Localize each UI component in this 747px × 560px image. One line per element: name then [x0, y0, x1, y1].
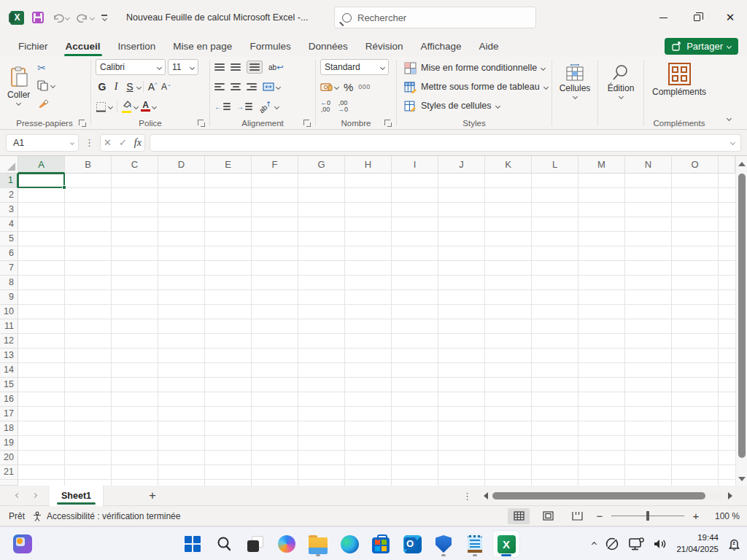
row-header-4[interactable]: 4: [0, 217, 18, 232]
column-header-O[interactable]: O: [672, 156, 719, 174]
column-header-M[interactable]: M: [578, 156, 625, 174]
align-center-icon[interactable]: [231, 83, 241, 90]
column-header-J[interactable]: J: [438, 156, 485, 174]
zoom-in-button[interactable]: +: [692, 510, 700, 522]
minimize-button[interactable]: [646, 0, 680, 35]
column-header-I[interactable]: I: [392, 156, 438, 174]
font-dialog-launcher-icon[interactable]: [198, 120, 205, 127]
align-left-icon[interactable]: [214, 83, 225, 90]
excel-taskbar-button[interactable]: [493, 531, 519, 557]
column-header-A[interactable]: A: [18, 156, 65, 174]
expand-formula-bar-icon[interactable]: [730, 140, 735, 145]
tab-accueil[interactable]: Accueil: [57, 35, 109, 57]
zoom-slider[interactable]: [611, 516, 684, 516]
row-header-13[interactable]: 13: [0, 349, 18, 363]
row-header-9[interactable]: 9: [0, 290, 18, 305]
row-header-15[interactable]: 15: [0, 378, 18, 392]
row-header-12[interactable]: 12: [0, 334, 18, 349]
sheet-tab-sheet1[interactable]: Sheet1: [50, 486, 104, 506]
row-header-7[interactable]: 7: [0, 261, 18, 276]
tab-revision[interactable]: Révision: [357, 35, 412, 57]
row-header-2[interactable]: 2: [0, 188, 18, 203]
column-header-B[interactable]: B: [65, 156, 112, 174]
prev-sheet-icon[interactable]: [15, 493, 20, 498]
file-explorer-button[interactable]: [305, 531, 331, 557]
column-header-N[interactable]: N: [625, 156, 672, 174]
vertical-scroll-thumb[interactable]: [738, 174, 746, 458]
underline-button[interactable]: S: [123, 81, 136, 93]
accounting-format-button[interactable]: [320, 82, 338, 92]
confirm-entry-icon[interactable]: ✓: [119, 137, 127, 148]
save-icon[interactable]: [31, 11, 44, 24]
scrollbar-resize-handle[interactable]: ⋮: [462, 491, 472, 502]
orientation-button[interactable]: ab↗: [258, 103, 279, 111]
page-layout-view-button[interactable]: [537, 508, 559, 524]
column-header-E[interactable]: E: [205, 156, 252, 174]
decrease-indent-icon[interactable]: ←: [214, 103, 231, 111]
start-button[interactable]: [179, 531, 206, 557]
addins-button[interactable]: Compléments: [649, 61, 710, 98]
excel-app-icon[interactable]: [10, 11, 24, 25]
store-button[interactable]: [368, 531, 394, 557]
accessibility-status[interactable]: Accessibilité : vérification terminée: [32, 511, 180, 521]
tab-fichier[interactable]: Fichier: [9, 35, 57, 57]
row-header-17[interactable]: 17: [0, 407, 18, 421]
column-header-partial[interactable]: [719, 156, 735, 174]
decrease-font-size-button[interactable]: A⌄: [160, 82, 173, 92]
task-view-button[interactable]: [242, 531, 268, 557]
tab-affichage[interactable]: Affichage: [411, 35, 470, 57]
bold-button[interactable]: G: [96, 81, 109, 93]
scroll-right-icon[interactable]: [728, 492, 732, 499]
notification-bell-icon[interactable]: z: [727, 537, 741, 551]
comma-style-icon[interactable]: 000: [358, 83, 371, 90]
edge-button[interactable]: [336, 531, 363, 557]
percent-style-icon[interactable]: %: [344, 81, 353, 93]
wrap-text-icon[interactable]: ab↩: [268, 63, 283, 72]
scroll-left-icon[interactable]: [484, 492, 488, 499]
vertical-scrollbar[interactable]: [735, 156, 747, 486]
number-format-select[interactable]: Standard: [320, 59, 389, 75]
customize-qat-icon[interactable]: [101, 15, 107, 20]
zoom-slider-handle[interactable]: [646, 511, 649, 521]
next-sheet-icon[interactable]: [32, 493, 37, 498]
tab-insertion[interactable]: Insertion: [109, 35, 165, 57]
row-header-11[interactable]: 11: [0, 319, 18, 334]
insert-function-icon[interactable]: fx: [134, 137, 142, 149]
page-break-view-button[interactable]: [566, 508, 588, 524]
clipboard-dialog-launcher-icon[interactable]: [79, 120, 86, 127]
search-input[interactable]: Rechercher: [334, 7, 536, 28]
format-as-table-button[interactable]: Mettre sous forme de tableau: [401, 78, 547, 96]
display-device-icon[interactable]: [628, 537, 644, 551]
copilot-button[interactable]: [274, 531, 300, 557]
editing-button[interactable]: Édition: [603, 63, 639, 100]
align-right-icon[interactable]: [247, 83, 257, 90]
row-header-partial[interactable]: [0, 480, 18, 486]
selected-cell-A1[interactable]: [18, 173, 65, 188]
redo-dropdown-icon[interactable]: [90, 15, 95, 20]
row-header-20[interactable]: 20: [0, 451, 18, 465]
align-bottom-icon[interactable]: [247, 61, 263, 74]
volume-icon[interactable]: [653, 537, 667, 551]
font-family-select[interactable]: Calibri: [96, 59, 166, 75]
tab-donnees[interactable]: Données: [300, 35, 357, 57]
redo-button[interactable]: [77, 12, 94, 23]
formula-bar-drag-handle[interactable]: ⋮: [85, 137, 94, 148]
row-header-6[interactable]: 6: [0, 246, 18, 261]
undo-button[interactable]: [52, 12, 69, 23]
increase-font-size-button[interactable]: A^: [146, 81, 159, 93]
restore-button[interactable]: [680, 0, 713, 35]
increase-indent-icon[interactable]: →: [236, 103, 252, 111]
tab-formules[interactable]: Formules: [241, 35, 299, 57]
cells-area[interactable]: [18, 174, 735, 486]
taskbar-clock[interactable]: 19:44 21/04/2025: [676, 532, 719, 555]
cell-styles-button[interactable]: Styles de cellules: [401, 97, 547, 115]
column-header-L[interactable]: L: [532, 156, 578, 174]
column-header-D[interactable]: D: [158, 156, 205, 174]
outlook-button[interactable]: [399, 531, 425, 557]
copy-button[interactable]: [37, 80, 55, 91]
fill-color-button[interactable]: [122, 100, 138, 113]
row-header-19[interactable]: 19: [0, 436, 18, 451]
tab-mise-en-page[interactable]: Mise en page: [164, 35, 241, 57]
column-header-G[interactable]: G: [298, 156, 345, 174]
merge-center-button[interactable]: [263, 82, 280, 91]
